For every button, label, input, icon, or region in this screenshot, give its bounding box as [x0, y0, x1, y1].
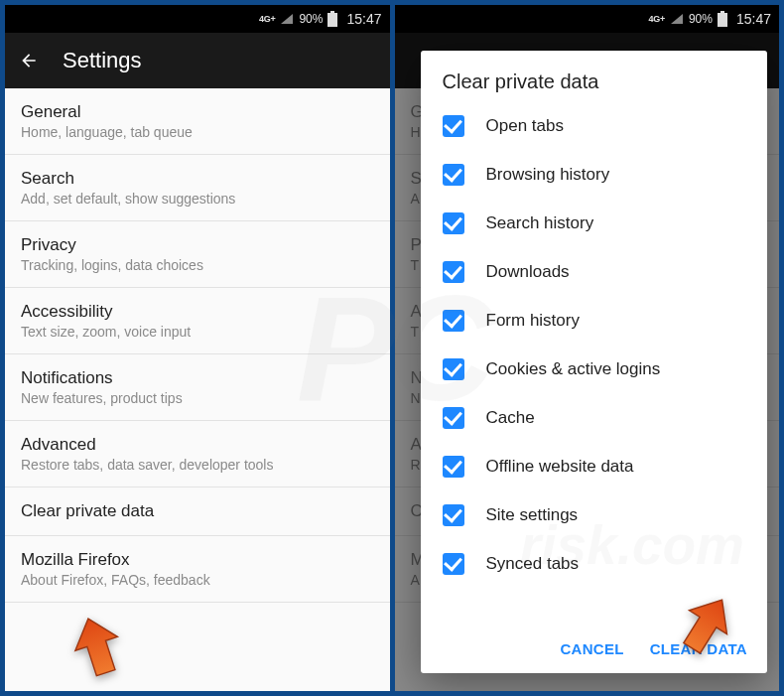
checkbox-row[interactable]: Synced tabs: [443, 539, 746, 588]
checkbox-label: Cookies & active logins: [486, 359, 661, 379]
checkbox-row[interactable]: Cookies & active logins: [443, 345, 746, 393]
svg-rect-3: [720, 11, 724, 13]
settings-item-subtitle: Tracking, logins, data choices: [21, 257, 374, 273]
settings-item-label: Notifications: [21, 368, 374, 388]
back-icon[interactable]: [19, 51, 39, 70]
settings-item[interactable]: NotificationsNew features, product tips: [5, 354, 390, 421]
checkbox-row[interactable]: Downloads: [443, 247, 746, 296]
checkbox-icon[interactable]: [443, 456, 464, 478]
dialog-actions: CANCEL CLEAR DATA: [421, 630, 768, 667]
clock: 15:47: [346, 11, 381, 27]
settings-item-label: Clear private data: [21, 501, 374, 521]
signal-icon: [670, 13, 684, 25]
settings-item-label: Search: [21, 169, 374, 189]
checkbox-icon[interactable]: [443, 212, 464, 234]
status-bar: 4G+ 90% 15:47: [395, 5, 780, 33]
signal-icon: [280, 13, 294, 25]
checkbox-icon[interactable]: [443, 310, 464, 332]
checkbox-row[interactable]: Cache: [443, 393, 746, 442]
svg-rect-0: [330, 11, 334, 13]
checkbox-label: Browsing history: [486, 165, 610, 185]
settings-item-label: Privacy: [21, 235, 374, 255]
checkbox-row[interactable]: Browsing history: [443, 150, 746, 199]
checkbox-label: Search history: [486, 213, 594, 233]
checkbox-label: Offline website data: [486, 457, 634, 477]
clear-data-button[interactable]: CLEAR DATA: [650, 640, 747, 657]
checkbox-label: Site settings: [486, 505, 579, 525]
settings-item[interactable]: AdvancedRestore tabs, data saver, develo…: [5, 421, 390, 487]
checkbox-label: Downloads: [486, 262, 570, 282]
checkbox-icon[interactable]: [443, 407, 464, 429]
network-indicator: 4G+: [649, 15, 665, 24]
checkbox-label: Synced tabs: [486, 554, 580, 574]
settings-item[interactable]: Clear private data: [5, 487, 390, 536]
status-bar: 4G+ 90% 15:47: [5, 5, 390, 33]
settings-item[interactable]: AccessibilityText size, zoom, voice inpu…: [5, 288, 390, 354]
battery-percent: 90%: [689, 12, 713, 26]
network-indicator: 4G+: [259, 15, 275, 24]
checkbox-icon[interactable]: [443, 164, 464, 186]
settings-item-subtitle: About Firefox, FAQs, feedback: [21, 572, 374, 588]
checkbox-icon[interactable]: [443, 553, 464, 575]
checkbox-icon[interactable]: [443, 261, 464, 283]
checkbox-icon[interactable]: [443, 358, 464, 380]
checkbox-label: Open tabs: [486, 116, 564, 136]
clear-private-data-dialog: Clear private data Open tabsBrowsing his…: [421, 51, 768, 673]
battery-icon: [718, 11, 727, 27]
cancel-button[interactable]: CANCEL: [560, 640, 623, 657]
dialog-options-list: Open tabsBrowsing historySearch historyD…: [421, 101, 768, 630]
settings-item[interactable]: PrivacyTracking, logins, data choices: [5, 221, 390, 288]
checkbox-row[interactable]: Form history: [443, 296, 746, 345]
settings-item-label: Accessibility: [21, 302, 374, 322]
left-screenshot: 4G+ 90% 15:47 Settings GeneralHome, lang…: [5, 5, 390, 691]
settings-item-subtitle: Add, set default, show suggestions: [21, 191, 374, 207]
checkbox-row[interactable]: Site settings: [443, 490, 746, 539]
settings-list[interactable]: GeneralHome, language, tab queueSearchAd…: [5, 88, 390, 691]
battery-icon: [327, 11, 337, 27]
settings-item-label: General: [21, 102, 374, 122]
right-screenshot: 4G+ 90% 15:47 GHSAPTATNNARCMA Clear priv…: [395, 5, 780, 691]
checkbox-row[interactable]: Open tabs: [443, 101, 746, 150]
checkbox-label: Form history: [486, 311, 580, 331]
dialog-title: Clear private data: [421, 70, 768, 101]
settings-item[interactable]: SearchAdd, set default, show suggestions: [5, 155, 390, 221]
clock: 15:47: [736, 11, 771, 27]
svg-rect-2: [328, 15, 336, 26]
page-title: Settings: [63, 48, 142, 73]
checkbox-icon[interactable]: [443, 504, 464, 526]
checkbox-row[interactable]: Search history: [443, 199, 746, 247]
svg-rect-4: [718, 13, 727, 27]
settings-item-subtitle: Text size, zoom, voice input: [21, 324, 374, 340]
action-bar: Settings: [5, 33, 390, 88]
settings-item-subtitle: New features, product tips: [21, 390, 374, 406]
battery-percent: 90%: [299, 12, 323, 26]
settings-item[interactable]: Mozilla FirefoxAbout Firefox, FAQs, feed…: [5, 536, 390, 603]
settings-item-subtitle: Home, language, tab queue: [21, 124, 374, 140]
settings-item[interactable]: GeneralHome, language, tab queue: [5, 88, 390, 155]
checkbox-label: Cache: [486, 408, 535, 428]
settings-item-label: Advanced: [21, 435, 374, 455]
checkbox-row[interactable]: Offline website data: [443, 442, 746, 490]
settings-item-subtitle: Restore tabs, data saver, developer tool…: [21, 457, 374, 473]
checkbox-icon[interactable]: [443, 115, 464, 137]
settings-item-label: Mozilla Firefox: [21, 550, 374, 570]
